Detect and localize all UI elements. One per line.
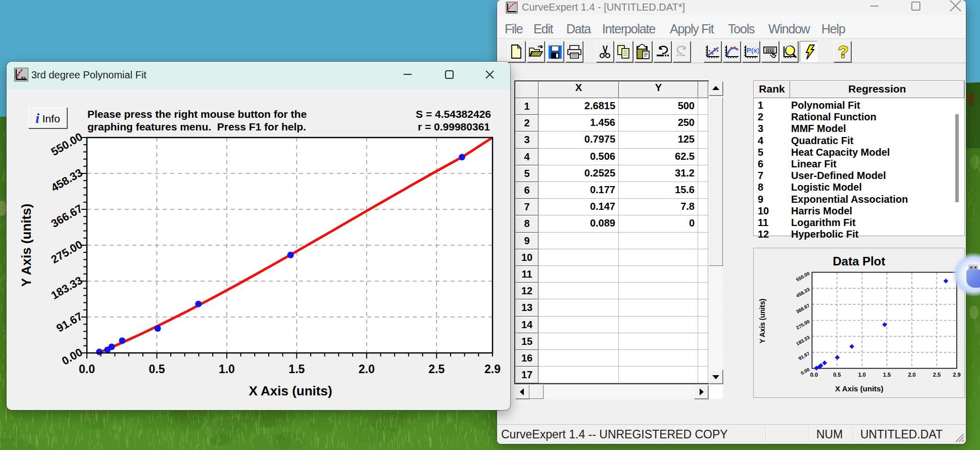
svg-text:91.67: 91.67 — [54, 310, 84, 335]
svg-text:X Axis (units): X Axis (units) — [835, 384, 883, 393]
svg-text:550.00: 550.00 — [795, 271, 811, 283]
svg-text:0.00: 0.00 — [800, 367, 811, 376]
svg-text:366.67: 366.67 — [49, 202, 85, 230]
svg-text:2.0: 2.0 — [908, 372, 915, 378]
svg-text:0.0: 0.0 — [810, 372, 818, 378]
svg-text:91.67: 91.67 — [797, 350, 810, 361]
svg-text:183.33: 183.33 — [49, 274, 85, 302]
svg-text:2.0: 2.0 — [359, 363, 375, 376]
svg-text:550.00: 550.00 — [49, 130, 85, 158]
svg-text:2.9: 2.9 — [484, 363, 501, 376]
svg-text:0.5: 0.5 — [149, 363, 165, 376]
svg-text:Y Axis (units): Y Axis (units) — [19, 204, 34, 287]
svg-text:275.00: 275.00 — [49, 238, 85, 266]
svg-text:1.5: 1.5 — [288, 363, 305, 376]
svg-text:?: ? — [838, 44, 849, 60]
svg-text:275.00: 275.00 — [795, 319, 811, 331]
svg-text:458.33: 458.33 — [49, 166, 85, 194]
svg-text:X Axis (units): X Axis (units) — [249, 383, 332, 398]
svg-text:1.0: 1.0 — [858, 372, 866, 378]
svg-text:0.5: 0.5 — [833, 372, 841, 378]
svg-text:458.33: 458.33 — [795, 286, 811, 298]
svg-text:1.0: 1.0 — [219, 363, 235, 376]
svg-text:Y Axis (units): Y Axis (units) — [758, 299, 766, 344]
svg-text:2.5: 2.5 — [428, 363, 445, 376]
svg-text:2.5: 2.5 — [933, 372, 941, 378]
svg-text:1.5: 1.5 — [883, 372, 891, 378]
svg-text:366.67: 366.67 — [795, 302, 811, 314]
svg-text:2.9: 2.9 — [953, 372, 960, 378]
svg-text:183.33: 183.33 — [795, 334, 811, 346]
svg-text:P(x): P(x) — [747, 47, 759, 54]
svg-text:0.0: 0.0 — [79, 363, 95, 376]
